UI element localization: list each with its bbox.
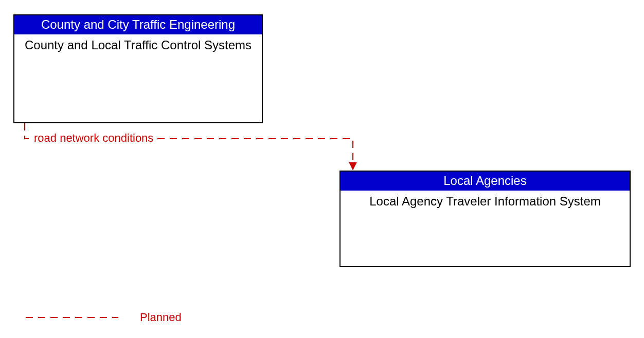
flow-label-road-network-conditions: road network conditions [32, 132, 155, 145]
legend-label-planned: Planned [140, 311, 182, 324]
flow-road-network-conditions-path [25, 123, 353, 170]
entity-box-body: Local Agency Traveler Information System [341, 191, 630, 213]
entity-box-header: County and City Traffic Engineering [14, 15, 262, 34]
entity-box-body: County and Local Traffic Control Systems [14, 34, 262, 57]
entity-box-header: Local Agencies [341, 172, 630, 191]
entity-box-county-local-traffic-control: County and City Traffic Engineering Coun… [13, 14, 263, 123]
entity-box-local-agency-traveler-info: Local Agencies Local Agency Traveler Inf… [339, 171, 631, 267]
